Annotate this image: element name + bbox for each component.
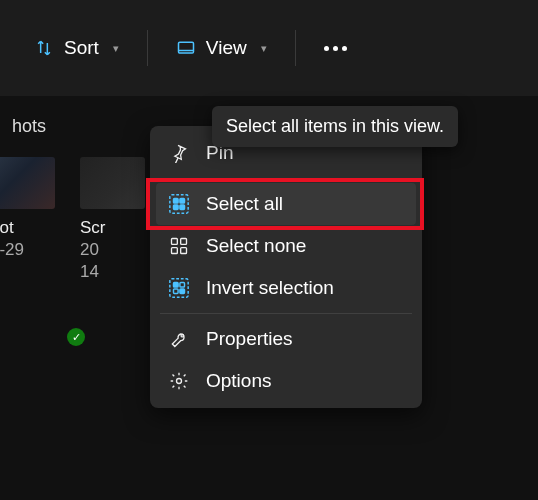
menu-separator bbox=[160, 313, 412, 314]
view-label: View bbox=[206, 37, 247, 59]
select-all-icon bbox=[168, 193, 190, 215]
menu-select-all[interactable]: Select all bbox=[156, 183, 416, 225]
toolbar: Sort ▾ View ▾ bbox=[0, 0, 538, 96]
menu-select-none[interactable]: Select none bbox=[156, 225, 416, 267]
svg-rect-6 bbox=[172, 239, 178, 245]
svg-rect-12 bbox=[180, 289, 185, 294]
options-icon bbox=[168, 370, 190, 392]
view-icon bbox=[176, 38, 196, 58]
menu-label: Select none bbox=[206, 235, 306, 257]
divider bbox=[295, 30, 296, 66]
chevron-down-icon: ▾ bbox=[261, 42, 267, 55]
file-name: hot bbox=[0, 217, 60, 239]
context-menu: Pin Select all Select none bbox=[150, 126, 422, 408]
svg-rect-5 bbox=[180, 205, 185, 210]
svg-point-16 bbox=[177, 379, 182, 384]
view-button[interactable]: View ▾ bbox=[162, 29, 281, 67]
invert-selection-icon bbox=[168, 277, 190, 299]
menu-separator bbox=[160, 178, 412, 179]
sort-label: Sort bbox=[64, 37, 99, 59]
sort-button[interactable]: Sort ▾ bbox=[20, 29, 133, 67]
sort-icon bbox=[34, 38, 54, 58]
chevron-down-icon: ▾ bbox=[113, 42, 119, 55]
file-name: Scr bbox=[80, 217, 150, 239]
svg-rect-0 bbox=[178, 42, 193, 53]
svg-point-15 bbox=[181, 334, 184, 337]
svg-rect-4 bbox=[174, 205, 179, 210]
svg-rect-9 bbox=[181, 248, 187, 254]
file-item[interactable]: Scr 20 14 bbox=[80, 157, 150, 283]
svg-rect-8 bbox=[172, 248, 178, 254]
file-date: 14 bbox=[80, 261, 150, 283]
more-button[interactable] bbox=[310, 36, 361, 61]
menu-invert-selection[interactable]: Invert selection bbox=[156, 267, 416, 309]
svg-rect-2 bbox=[174, 199, 179, 204]
svg-rect-3 bbox=[180, 199, 185, 204]
divider bbox=[147, 30, 148, 66]
sync-badge-icon: ✓ bbox=[67, 328, 85, 346]
menu-label: Invert selection bbox=[206, 277, 334, 299]
svg-rect-13 bbox=[180, 283, 185, 288]
svg-rect-7 bbox=[181, 239, 187, 245]
file-date: 3-29 bbox=[0, 239, 60, 261]
svg-rect-10 bbox=[170, 279, 188, 297]
menu-options[interactable]: Options bbox=[156, 360, 416, 402]
properties-icon bbox=[168, 328, 190, 350]
svg-rect-11 bbox=[174, 283, 179, 288]
svg-rect-1 bbox=[170, 195, 188, 213]
file-item[interactable]: hot 3-29 bbox=[0, 157, 60, 283]
tooltip: Select all items in this view. bbox=[212, 106, 458, 147]
select-none-icon bbox=[168, 235, 190, 257]
thumbnail-image bbox=[0, 157, 55, 209]
thumbnail-image bbox=[80, 157, 145, 209]
menu-label: Select all bbox=[206, 193, 283, 215]
file-date: 20 bbox=[80, 239, 150, 261]
menu-label: Properties bbox=[206, 328, 293, 350]
menu-label: Options bbox=[206, 370, 271, 392]
menu-properties[interactable]: Properties bbox=[156, 318, 416, 360]
pin-icon bbox=[168, 142, 190, 164]
svg-rect-14 bbox=[174, 289, 179, 294]
tooltip-text: Select all items in this view. bbox=[226, 116, 444, 136]
